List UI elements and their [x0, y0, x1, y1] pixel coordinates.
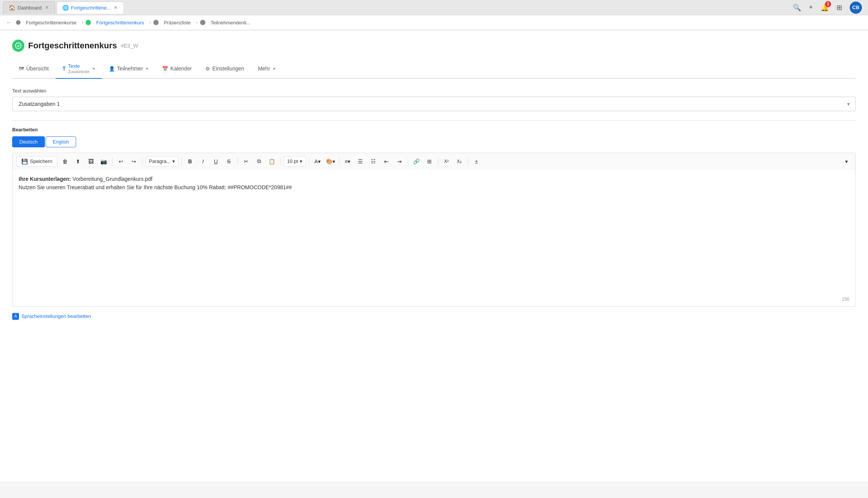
section-divider [12, 120, 856, 121]
indent-out-button[interactable]: ⇤ [381, 156, 392, 167]
link-button[interactable]: 🔗 [411, 156, 422, 167]
table-button[interactable]: ⊞ [424, 156, 435, 167]
editor-line1-value: Vorbereitung_Grundlagenkurs.pdf [71, 176, 153, 182]
sub-nav: ← Fortgeschrittenenkurse › Fortgeschritt… [0, 15, 868, 30]
subnav-icon-4 [200, 20, 205, 25]
highlight-icon: 🎨▾ [326, 158, 335, 164]
subnav-icon-3 [153, 20, 159, 25]
tab-einstellungen[interactable]: ⚙ Einstellungen [199, 62, 251, 76]
cut-button[interactable]: ✂ [241, 156, 251, 167]
subnav-label-3: Präsenzliste [164, 20, 191, 26]
separator-9 [438, 158, 438, 165]
add-icon[interactable]: + [809, 3, 813, 11]
video-button[interactable]: 📷 [99, 156, 109, 167]
upload-button[interactable]: ⬆ [73, 156, 83, 167]
subnav-separator-2: › [149, 20, 151, 25]
italic-button[interactable]: I [198, 156, 208, 167]
special-char-button[interactable]: ± [471, 156, 482, 167]
subnav-label-1: Fortgeschrittenenkurse [26, 20, 76, 26]
dashboard-tab[interactable]: 🏠 Dashboard ✕ [3, 2, 55, 14]
tab-kalender-label: Kalender [170, 65, 192, 72]
tab-uebersicht-label: Übersicht [26, 65, 49, 72]
lang-tab-deutsch[interactable]: Deutsch [12, 136, 45, 147]
subnav-item-praesenzliste[interactable]: Präsenzliste [161, 18, 194, 27]
mehr-dropdown-arrow: ▾ [273, 66, 275, 71]
subnav-icon-2 [86, 20, 91, 25]
text-select-dropdown[interactable]: Zusatzangaben 1 Zusatzangaben 2 Zusatzan… [12, 97, 856, 111]
einstellungen-icon: ⚙ [205, 66, 210, 72]
indent-in-button[interactable]: ⇥ [394, 156, 405, 167]
font-size-dropdown[interactable]: 10 pt ▾ [284, 156, 306, 167]
dashboard-favicon: 🏠 [9, 5, 15, 11]
ordered-list-button[interactable]: ☷ [368, 156, 379, 167]
spracheinstellungen-label: Spracheinstellungen bearbeiten [21, 313, 91, 319]
fortgeschrittene-tab-close[interactable]: ✕ [113, 4, 118, 11]
bearbeiten-label: Bearbeiten [12, 127, 856, 132]
fortgeschrittene-tab-label: Fortgeschrittene... [71, 5, 111, 11]
unordered-list-button[interactable]: ☰ [355, 156, 366, 167]
subnav-label-2: Fortgeschrittenenkurs [96, 20, 144, 26]
lang-tab-english[interactable]: English [46, 136, 76, 147]
align-dropdown[interactable]: ≡▾ [342, 156, 353, 167]
editor-line-2: Nutzen Sie unseren Treuerabatt und erhal… [19, 184, 849, 190]
subnav-item-teilnehmendenliste[interactable]: Teilnehmendenli... [208, 18, 254, 27]
grid-icon[interactable]: ⊞ [836, 3, 842, 12]
redo-button[interactable]: ↪ [129, 156, 139, 167]
image-button[interactable]: 🖼 [86, 156, 96, 167]
subnav-item-fortgeschrittenenkurse[interactable]: Fortgeschrittenenkurse [23, 18, 79, 27]
search-icon[interactable]: 🔍 [793, 3, 801, 12]
tab-mehr[interactable]: Mehr ▾ [251, 62, 282, 76]
tab-uebersicht[interactable]: 🗺 Übersicht [12, 62, 56, 76]
undo-button[interactable]: ↩ [116, 156, 126, 167]
spracheinstellungen-link[interactable]: A Spracheinstellungen bearbeiten [12, 313, 856, 320]
save-label: Speichern [30, 158, 52, 164]
separator-4 [237, 158, 238, 165]
tab-teilnehmer-label: Teilnehmer [117, 65, 143, 72]
underline-button[interactable]: U [211, 156, 221, 167]
subscript-button[interactable]: X₂ [454, 156, 465, 167]
teilnehmer-dropdown-arrow: ▾ [146, 66, 148, 71]
lang-english-label: English [53, 139, 69, 145]
paragraph-arrow: ▾ [172, 158, 175, 164]
page-tabs: 🗺 Übersicht T Texte Zusatztexte ▾ 👤 Teil… [12, 59, 856, 79]
text-select-section: Text auswählen Zusatzangaben 1 Zusatzang… [12, 88, 856, 111]
lang-icon-symbol: A [14, 314, 17, 318]
separator-2 [142, 158, 143, 165]
text-select-wrapper: Zusatzangaben 1 Zusatzangaben 2 Zusatzan… [12, 97, 856, 111]
font-color-button[interactable]: A▾ [312, 156, 323, 167]
tab-mehr-label: Mehr [258, 65, 270, 72]
browser-tab-bar: 🏠 Dashboard ✕ 🌐 Fortgeschrittene... ✕ 🔍 … [0, 0, 868, 15]
paragraph-dropdown[interactable]: Paragra... ▾ [146, 156, 178, 167]
lang-deutsch-label: Deutsch [19, 139, 38, 145]
editor-line-1: Ihre Kursunterlagen: Vorbereitung_Grundl… [19, 176, 849, 182]
image-icon: 🖼 [88, 158, 94, 164]
upload-icon: ⬆ [76, 158, 80, 164]
separator-10 [468, 158, 468, 165]
strikethrough-button[interactable]: S [224, 156, 234, 167]
subnav-item-fortgeschrittenenkurs[interactable]: Fortgeschrittenenkurs [93, 18, 147, 27]
highlight-button[interactable]: 🎨▾ [325, 156, 336, 167]
back-button[interactable]: ← [6, 19, 12, 26]
tab-teilnehmer[interactable]: 👤 Teilnehmer ▾ [102, 62, 155, 76]
undo-icon: ↩ [119, 158, 123, 164]
save-button[interactable]: 💾 Speichern [16, 156, 57, 167]
main-content: Fortgeschrittenenkurs #E3_W 🗺 Übersicht … [0, 30, 868, 481]
tab-kalender[interactable]: 📅 Kalender [155, 62, 199, 76]
fortgeschrittene-tab[interactable]: 🌐 Fortgeschrittene... ✕ [57, 2, 124, 14]
subnav-icon-1 [16, 20, 21, 25]
user-avatar[interactable]: CB [850, 2, 862, 14]
bold-button[interactable]: B [185, 156, 196, 167]
dashboard-tab-close[interactable]: ✕ [44, 4, 49, 11]
texte-icon: T [62, 65, 66, 72]
copy-button[interactable]: ⧉ [254, 156, 264, 167]
editor-content[interactable]: Ihre Kursunterlagen: Vorbereitung_Grundl… [12, 170, 856, 307]
tab-texte[interactable]: T Texte Zusatztexte ▾ [56, 59, 102, 79]
separator-8 [408, 158, 408, 165]
delete-button[interactable]: 🗑 [60, 156, 70, 167]
superscript-button[interactable]: X² [441, 156, 452, 167]
page-title: Fortgeschrittenenkurs [28, 41, 117, 51]
page-title-row: Fortgeschrittenenkurs #E3_W [12, 40, 856, 52]
uebersicht-icon: 🗺 [19, 66, 24, 72]
expand-button[interactable]: ▾ [841, 156, 852, 167]
paste-button[interactable]: 📋 [267, 156, 277, 167]
